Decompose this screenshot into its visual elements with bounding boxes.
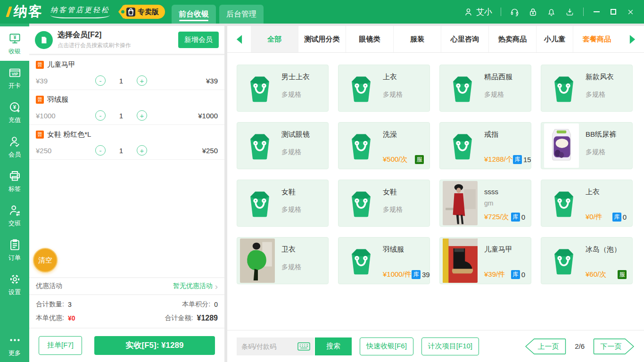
category-tab[interactable]: 全部	[251, 26, 298, 52]
product-card[interactable]: 精品西服 多规格	[439, 65, 531, 112]
promo-row[interactable]: 优惠活动 暂无优惠活动 ›	[29, 277, 224, 294]
clear-cart-button[interactable]: 清空	[33, 248, 58, 272]
nav-tab[interactable]: 前台收银	[172, 5, 216, 24]
shopping-bag-icon	[346, 73, 377, 104]
product-badge: 服	[618, 270, 627, 279]
content: 选择会员[F2] 点击进行会员搜索或刷卡操作 新增会员 普 儿童马甲 ¥39 -…	[29, 24, 644, 362]
pay-button[interactable]: 实收[F5]: ¥1289	[94, 336, 215, 355]
cart-footer: 挂单[F7] 实收[F5]: ¥1289	[29, 328, 224, 362]
product-name: 男士上衣	[281, 73, 322, 82]
category-tab[interactable]: 小儿童	[537, 26, 573, 52]
decrease-qty-button[interactable]: -	[95, 75, 106, 86]
counting-item-button[interactable]: 计次项目[F10]	[421, 337, 479, 355]
category-tabbar: 全部 测试用分类 眼镜类 服装 心里咨询 热卖商品 小儿童 套餐商品	[227, 26, 644, 53]
nav-tab[interactable]: 后台管理	[219, 5, 264, 24]
category-tab[interactable]: 测试用分类	[298, 26, 346, 52]
category-tab[interactable]: 眼镜类	[346, 26, 394, 52]
member-card-icon[interactable]	[35, 31, 53, 49]
product-card[interactable]: 测试眼镜 多规格	[237, 122, 329, 169]
product-card[interactable]: 洗澡 ¥500/次 服	[338, 122, 430, 169]
product-stock-count: 0	[521, 271, 525, 279]
product-card[interactable]: 戒指 ¥1288/个 库 15	[439, 122, 531, 169]
product-card[interactable]: 男士上衣 多规格	[237, 65, 329, 112]
maximize-button[interactable]	[609, 8, 618, 16]
search-button[interactable]: 搜索	[315, 337, 352, 355]
barcode-input-wrap[interactable]	[237, 337, 314, 355]
shopping-bag-icon	[548, 188, 579, 219]
sidebar-item[interactable]: ¥ 收银	[0, 26, 29, 61]
add-member-button[interactable]: 新增会员	[178, 32, 219, 48]
select-member-subtitle: 点击进行会员搜索或刷卡操作	[58, 41, 131, 49]
shopping-bag-icon	[548, 73, 579, 104]
recharge-icon: ¥	[8, 101, 21, 114]
category-tab[interactable]: 热卖商品	[489, 26, 537, 52]
close-button[interactable]	[626, 8, 635, 16]
product-name: ssss	[484, 188, 525, 196]
cart-panel: 选择会员[F2] 点击进行会员搜索或刷卡操作 新增会员 普 儿童马甲 ¥39 -…	[29, 26, 224, 362]
product-photo	[443, 181, 478, 225]
select-member-title[interactable]: 选择会员[F2]	[58, 30, 131, 40]
product-card[interactable]: 女鞋 多规格	[338, 180, 430, 227]
user-icon	[463, 7, 473, 17]
product-card[interactable]: ssss gm ¥725/次 库 0	[439, 180, 531, 227]
product-card[interactable]: 儿童马甲 ¥39/件 库 0	[439, 237, 531, 284]
category-tab-label: 热卖商品	[498, 35, 527, 44]
item-type-tag: 普	[36, 96, 44, 104]
sidebar-item[interactable]: 设置	[0, 267, 29, 302]
product-name: 上衣	[383, 73, 424, 82]
increase-qty-button[interactable]: +	[137, 145, 147, 156]
nav-tab-label: 后台管理	[226, 9, 256, 19]
member-select-row[interactable]: 选择会员[F2] 点击进行会员搜索或刷卡操作 新增会员	[29, 26, 224, 55]
minimize-button[interactable]	[592, 8, 601, 16]
increase-qty-button[interactable]: +	[137, 110, 147, 121]
product-price: ¥1288/个	[484, 155, 513, 164]
sidebar-item[interactable]: 交班	[0, 198, 29, 233]
sidebar-item[interactable]: 订单	[0, 233, 29, 267]
category-tab[interactable]: 套餐商品	[573, 26, 620, 52]
product-badge: 库	[513, 155, 522, 164]
sidebar-item[interactable]: VIP 开卡	[0, 61, 29, 95]
sidebar-item[interactable]: ¥ 充值	[0, 95, 29, 130]
bell-icon[interactable]	[546, 7, 556, 17]
product-card[interactable]: 上衣 多规格	[338, 65, 430, 112]
slogan-underline	[50, 15, 110, 18]
product-card[interactable]: BB纸尿裤 多规格	[541, 122, 633, 169]
current-user[interactable]: 艾小	[463, 7, 492, 17]
sidebar-item[interactable]: 更多	[0, 332, 29, 359]
hold-order-button[interactable]: 挂单[F7]	[39, 336, 82, 355]
product-card[interactable]: 卫衣 多规格	[237, 237, 329, 284]
prev-page-button[interactable]: 上一页	[525, 338, 566, 355]
svg-text:¥: ¥	[13, 104, 16, 109]
total-qty-label: 合计数量:	[36, 300, 64, 309]
keyboard-icon[interactable]	[297, 342, 310, 351]
download-icon[interactable]	[565, 7, 575, 17]
barcode-input[interactable]	[241, 343, 297, 350]
scroll-right-button[interactable]	[620, 26, 644, 52]
badge-dot	[121, 10, 124, 14]
product-grid: 男士上衣 多规格 上衣 多规格	[227, 53, 644, 330]
decrease-qty-button[interactable]: -	[95, 145, 106, 156]
product-card[interactable]: 女鞋 多规格	[237, 180, 329, 227]
product-card[interactable]: 冰岛（泡） ¥60/次 服	[541, 237, 633, 284]
increase-qty-button[interactable]: +	[137, 75, 147, 86]
product-card[interactable]: 上衣 ¥0/件 库 0	[541, 180, 633, 227]
product-stock-count: 0	[623, 213, 627, 221]
sidebar-item[interactable]: 会员	[0, 130, 29, 164]
lock-icon[interactable]	[528, 7, 538, 17]
category-tab-label: 套餐商品	[583, 35, 611, 44]
product-card[interactable]: 羽绒服 ¥1000/件 库 39	[338, 237, 430, 284]
next-page-button[interactable]: 下一页	[593, 338, 635, 355]
category-tab[interactable]: 服装	[394, 26, 441, 52]
quick-cashier-button[interactable]: 快速收银[F6]	[360, 337, 413, 355]
topbar: 纳客 纳客管店更轻松 专卖版 前台收银 后台管理 艾小	[0, 0, 644, 24]
product-card[interactable]: 新款风衣 多规格	[541, 65, 633, 112]
sidebar-item[interactable]: 标签	[0, 164, 29, 198]
scroll-left-button[interactable]	[227, 26, 251, 52]
sidebar: ¥ 收银 VIP 开卡 ¥ 充值 会员 标签 交班 订单 设置 更多	[0, 24, 29, 362]
product-spec: 多规格	[281, 148, 301, 156]
decrease-qty-button[interactable]: -	[95, 110, 106, 121]
category-tab[interactable]: 心里咨询	[441, 26, 489, 52]
headset-icon[interactable]	[510, 7, 520, 17]
product-badge: 库	[612, 213, 621, 222]
product-name: 上衣	[586, 188, 627, 197]
